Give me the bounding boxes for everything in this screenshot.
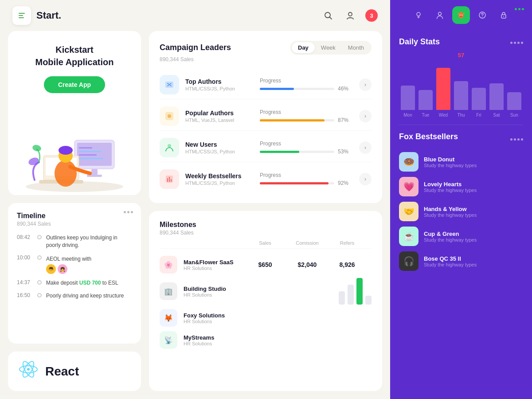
daily-stats-title: Daily Stats (399, 37, 440, 47)
progress-fill-3 (260, 151, 299, 153)
sidebar-icon-bulb[interactable] (410, 6, 427, 24)
sidebar-icon-help[interactable] (473, 6, 491, 24)
tl-text-2: AEOL meeting with (46, 256, 91, 262)
react-card: React (8, 352, 141, 391)
fox-dots[interactable] (510, 138, 523, 141)
daily-chart: 57 Mon Tue Wed Thu (399, 55, 523, 117)
mile-row-4: 📡 MyStreams HR Solutions (160, 331, 372, 349)
campaign-sales: 890,344 Sales (160, 56, 372, 63)
svg-rect-6 (91, 169, 98, 175)
ds-dot3 (517, 42, 520, 44)
fox-header: Fox Bestsellers (399, 132, 523, 147)
fox-item-name-5: Bose QC 35 II (424, 255, 523, 262)
tl-dot-3 (37, 280, 42, 285)
timeline-item-4: 16:50 Poorly driving and keep structure (17, 292, 132, 300)
row-icon-4 (160, 169, 179, 189)
svg-rect-30 (169, 177, 170, 182)
bar-wed (436, 68, 450, 110)
svg-point-33 (438, 12, 442, 16)
bar-col-tue: Tue (419, 90, 433, 117)
main-area: Start. 3 Kickstart Mobile Application Cr… (0, 0, 390, 399)
mile-sub-3: HR Solutions (184, 319, 372, 324)
campaign-header: Campaign Leaders Day Week Month (160, 41, 372, 55)
fox-item-sub-2: Study the highway types (424, 188, 523, 193)
svg-point-27 (168, 144, 171, 148)
ds-dots[interactable] (510, 42, 523, 44)
mile-row-1: 🌸 Man&Flower SaaS HR Solutions $650 $2,0… (160, 256, 372, 274)
daily-stats-header: Daily Stats (399, 37, 523, 48)
mile-name-2: Building Studio (184, 286, 324, 292)
milestones-subtitle: 890,344 Sales (160, 230, 196, 236)
svg-rect-7 (87, 175, 102, 177)
logo-line-1 (19, 13, 25, 14)
bar2 (348, 285, 354, 305)
svg-rect-16 (79, 147, 92, 149)
sidebar-icon-user[interactable] (431, 6, 449, 24)
bar4 (365, 296, 372, 305)
fox-items: 🍩 Blue Donut Study the highway types 💗 L… (399, 152, 523, 271)
search-icon[interactable] (321, 8, 335, 23)
fox-item-sub-1: Study the highway types (424, 163, 523, 168)
bar-col-mon: Mon (401, 86, 415, 117)
mile-icon-3: 🦊 (160, 309, 177, 327)
fox-thumb-2: 💗 (399, 177, 419, 196)
mile-info-4: MyStreams HR Solutions (184, 334, 372, 346)
bar-thu (454, 81, 468, 110)
col-commission: Comission (292, 240, 323, 246)
progress-section-2: Progress 87% (260, 109, 348, 123)
mile-info-3: Foxy Solutions HR Solutions (184, 312, 372, 324)
campaign-row-2: Popular Authors HTML, VueJS, Laravel Pro… (160, 102, 372, 131)
progress-track-3 (260, 151, 334, 153)
user-icon[interactable] (343, 8, 357, 23)
tl-time-4: 16:50 (17, 292, 33, 298)
avatar-2: 👧 (58, 264, 67, 274)
progress-track-4 (260, 182, 334, 184)
tl-time-1: 08:42 (17, 234, 33, 240)
tab-group: Day Week Month (290, 41, 372, 55)
create-app-button[interactable]: Create App (44, 76, 105, 93)
logo-line-2 (19, 15, 23, 16)
campaign-row-1: Top Authors HTML/CSS/JS, Python Progress… (160, 70, 372, 99)
notification-badge[interactable]: 3 (365, 9, 378, 22)
bar-sun (507, 92, 521, 110)
timeline-menu[interactable] (124, 211, 133, 213)
tl-time-3: 14:37 (17, 279, 33, 286)
tl-dot-1 (37, 235, 42, 239)
svg-point-13 (59, 146, 73, 155)
progress-pct-4: 92% (338, 180, 348, 186)
mile-icon-1: 🌸 (160, 256, 177, 274)
row-chevron-3[interactable]: › (359, 141, 372, 154)
row-info-3: New Users HTML/CSS/JS, Python (185, 141, 254, 154)
fox-item-info-2: Lovely Hearts Study the highway types (424, 181, 523, 193)
mile-icon-4: 📡 (160, 331, 177, 349)
milestones-header: Milestones 890,344 Sales (160, 221, 372, 236)
row-chevron-2[interactable]: › (359, 110, 372, 122)
bar-fri (472, 88, 486, 110)
progress-label-4: Progress (260, 172, 348, 178)
row-chevron-1[interactable]: › (359, 78, 372, 91)
fox-item-name-1: Blue Donut (424, 156, 523, 163)
fox-thumb-4: ☕ (399, 227, 419, 246)
mile-chart-2 (339, 278, 372, 305)
tab-day[interactable]: Day (292, 42, 315, 53)
svg-rect-17 (79, 151, 101, 152)
progress-row-2: 87% (260, 117, 348, 123)
sidebar-icon-lock[interactable] (495, 6, 512, 24)
react-icon (19, 360, 38, 383)
row-icon-1 (160, 75, 179, 94)
svg-rect-29 (167, 178, 168, 182)
bar-day-sat: Sat (493, 113, 500, 117)
bar-mon (401, 86, 415, 110)
progress-pct-2: 87% (338, 117, 348, 123)
sidebar-icon-fox[interactable] (452, 6, 470, 24)
timeline-card: Timeline 890,344 Sales 08:42 Outlines ke… (8, 203, 141, 344)
svg-point-23 (27, 368, 30, 371)
tab-week[interactable]: Week (315, 42, 342, 53)
col-refers: Refers (336, 240, 358, 246)
mile-commission-1: $2,040 (292, 261, 323, 268)
row-chevron-4[interactable]: › (359, 173, 372, 185)
tab-month[interactable]: Month (342, 42, 370, 53)
svg-point-11 (55, 160, 77, 187)
progress-track-1 (260, 88, 334, 90)
tl-avatars: 👦 👧 (46, 264, 91, 274)
